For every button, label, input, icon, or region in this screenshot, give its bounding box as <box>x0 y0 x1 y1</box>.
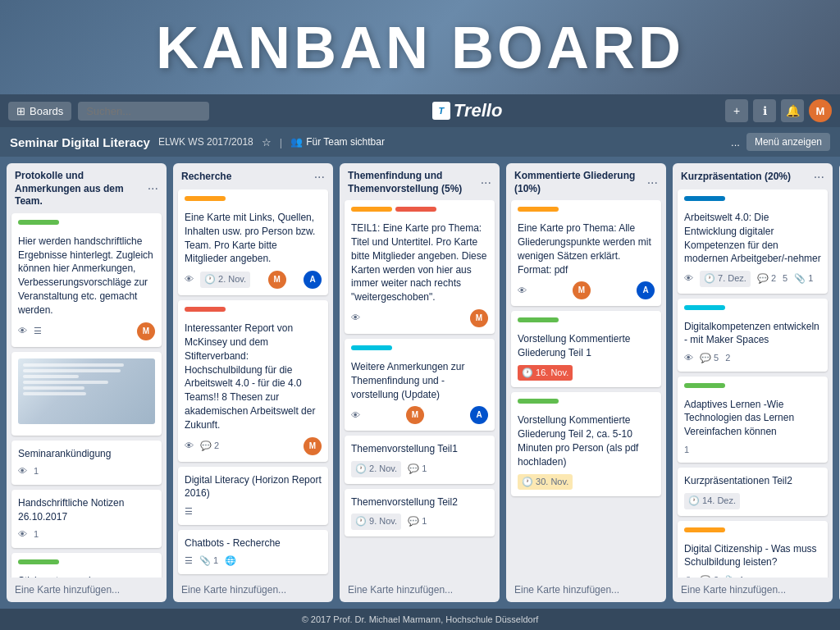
eye-icon: 👁 <box>518 285 527 297</box>
card-title: Eine Karte pro Thema: Alle Gliederungspu… <box>518 221 655 276</box>
footer-text: © 2017 Prof. Dr. Michael Marmann, Hochsc… <box>302 614 539 624</box>
card[interactable] <box>11 352 162 436</box>
checklist-icon: ☰ <box>185 555 193 567</box>
card-meta: 🕐 2. Nov.💬 1 <box>351 461 488 477</box>
column-cards: TEIL1: Eine Karte pro Thema: Titel und U… <box>340 200 500 578</box>
column-menu-button[interactable]: ··· <box>647 176 658 190</box>
checklist-icon: ☰ <box>34 325 42 337</box>
star-icon[interactable]: ☆ <box>262 136 272 148</box>
card-label-orange <box>185 196 226 201</box>
card-title: Arbeitswelt 4.0: Die Entwicklung digital… <box>684 211 821 266</box>
card[interactable]: Stichworte von den Thementischen vom 19.… <box>11 553 162 578</box>
team-icon: 👥 <box>290 136 303 148</box>
view-count: 5 <box>783 272 788 285</box>
card-label-green <box>684 383 725 388</box>
card-meta: 👁☰M <box>18 322 155 340</box>
separator: | <box>280 136 282 148</box>
card-label-orange <box>518 207 559 212</box>
card[interactable]: Chatbots - Recherche☰📎 1🌐 <box>178 530 328 574</box>
column-header: Kurzpräsentation (20%)··· <box>673 163 833 189</box>
visibility-label: 👥 Für Team sichtbar <box>290 136 385 148</box>
more-label: ... <box>731 136 740 148</box>
comment-count: 💬 5 <box>700 352 719 364</box>
card-label-orange <box>684 527 725 532</box>
add-card-button[interactable]: Eine Karte hinzufügen... <box>340 578 500 602</box>
column-menu-button[interactable]: ··· <box>814 170 824 185</box>
add-card-button[interactable]: Eine Karte hinzufügen... <box>673 578 833 602</box>
column-header: Themenfindung und Themenvorstellung (5%)… <box>340 163 500 200</box>
board-area: Protokolle und Anmerkungen aus dem Team.… <box>0 157 840 609</box>
info-button[interactable]: ℹ <box>753 99 776 122</box>
card[interactable]: TEIL1: Eine Karte pro Thema: Titel und U… <box>345 200 495 334</box>
card[interactable]: Seminarankündigung👁1 <box>11 441 162 485</box>
card-meta: ☰📎 1🌐 <box>185 555 322 567</box>
add-card-button[interactable]: Eine Karte hinzufügen... <box>173 578 333 602</box>
card[interactable]: Handschriftliche Notizen 26.10.2017👁1 <box>11 490 162 548</box>
card[interactable]: Arbeitswelt 4.0: Die Entwicklung digital… <box>678 189 828 294</box>
card[interactable]: Themenvorstellung Teil1🕐 2. Nov.💬 1 <box>345 436 495 483</box>
globe-icon: 🌐 <box>225 555 236 567</box>
card[interactable]: Eine Karte pro Thema: Alle Gliederungspu… <box>511 200 661 306</box>
card-title: Hier werden handschriftliche Ergebnisse … <box>18 235 155 317</box>
card-title: Digital Citizenship - Was muss Schulbild… <box>684 542 821 570</box>
card-avatar-2: A <box>470 406 488 424</box>
card-title: Themenvorstellung Teil1 <box>351 442 488 456</box>
column-title: Kurzpräsentation (20%) <box>681 171 791 184</box>
nav-right: + ℹ 🔔 M <box>725 99 832 122</box>
card-meta: 👁💬 52 <box>684 352 821 364</box>
card-meta: 👁1 <box>18 465 155 477</box>
card-meta: 👁🕐 2. Nov.MA <box>185 271 322 289</box>
menu-button[interactable]: Menü anzeigen <box>746 133 830 151</box>
add-card-button[interactable]: Eine Karte hinzufügen... <box>7 578 167 602</box>
column-header: Kommentierte Gliederung (10%)··· <box>506 163 666 200</box>
card[interactable]: Interessanter Report von McKinsey und de… <box>178 300 328 461</box>
card[interactable]: Eine Karte mit Links, Quellen, Inhalten … <box>178 189 328 295</box>
card[interactable]: Vorstellung Kommentierte Gliederung Teil… <box>511 311 661 387</box>
card[interactable]: Digital Citizenship - Was muss Schulbild… <box>678 521 828 578</box>
card[interactable]: Vorstellung Kommentierte Gliederung Teil… <box>511 392 661 496</box>
column-menu-button[interactable]: ··· <box>481 176 491 190</box>
card-meta: ☰ <box>185 505 322 518</box>
avatar[interactable]: M <box>809 99 832 122</box>
card-meta: 🕐 9. Nov.💬 1 <box>351 514 488 529</box>
column-col2: Recherche···Eine Karte mit Links, Quelle… <box>173 163 333 602</box>
column-col5: Kurzpräsentation (20%)···Arbeitswelt 4.0… <box>673 163 833 602</box>
add-card-button[interactable]: Eine Karte hinzufügen... <box>506 578 666 602</box>
comment-count: 💬 1 <box>408 463 427 475</box>
card-avatar-1: M <box>573 281 591 299</box>
card[interactable]: Adaptives Lernen -Wie Technologien das L… <box>678 377 828 463</box>
eye-icon: 👁 <box>18 325 27 337</box>
eye-icon: 👁 <box>185 440 194 452</box>
card-label-red <box>395 207 436 212</box>
column-menu-button[interactable]: ··· <box>148 181 158 196</box>
search-input[interactable] <box>78 102 209 121</box>
eye-icon: 👁 <box>351 312 360 324</box>
attachment-count: 📎 1 <box>794 272 813 285</box>
boards-label: Boards <box>30 105 63 117</box>
card[interactable]: Digital Literacy (Horizon Report 2016)☰ <box>178 467 328 525</box>
card[interactable]: Hier werden handschriftliche Ergebnisse … <box>11 213 162 347</box>
card[interactable]: Kurzpräsentationen Teil2🕐 14. Dez. <box>678 468 828 515</box>
card-title: Adaptives Lernen -Wie Technologien das L… <box>684 398 821 439</box>
notification-button[interactable]: 🔔 <box>781 99 804 122</box>
column-col4: Kommentierte Gliederung (10%)···Eine Kar… <box>506 163 666 602</box>
add-button[interactable]: + <box>725 99 748 122</box>
card[interactable]: Themenvorstellung Teil2🕐 9. Nov.💬 1 <box>345 489 495 536</box>
card[interactable]: Digitalkompetenzen entwickeln - mit Make… <box>678 299 828 372</box>
nav-bar: ⊞ Boards T Trello + ℹ 🔔 M <box>0 94 840 127</box>
card-label-blue <box>684 196 725 201</box>
boards-button[interactable]: ⊞ Boards <box>8 102 71 121</box>
card-label-teal <box>684 305 725 310</box>
footer: © 2017 Prof. Dr. Michael Marmann, Hochsc… <box>0 609 840 630</box>
column-title: Protokolle und Anmerkungen aus dem Team. <box>15 170 148 208</box>
card-meta: 🕐 16. Nov. <box>518 365 655 381</box>
checklist-icon: ☰ <box>185 505 193 518</box>
comment-count: 💬 1 <box>408 515 427 527</box>
card-label-orange <box>351 207 392 212</box>
card-date: 🕐 30. Nov. <box>518 474 573 490</box>
card-avatar-2: A <box>304 271 322 289</box>
card-title: Weitere Anmerkungen zur Themenfindung un… <box>351 360 488 401</box>
column-menu-button[interactable]: ··· <box>314 170 325 185</box>
card[interactable]: Weitere Anmerkungen zur Themenfindung un… <box>345 339 495 431</box>
trello-logo: T Trello <box>432 100 503 121</box>
